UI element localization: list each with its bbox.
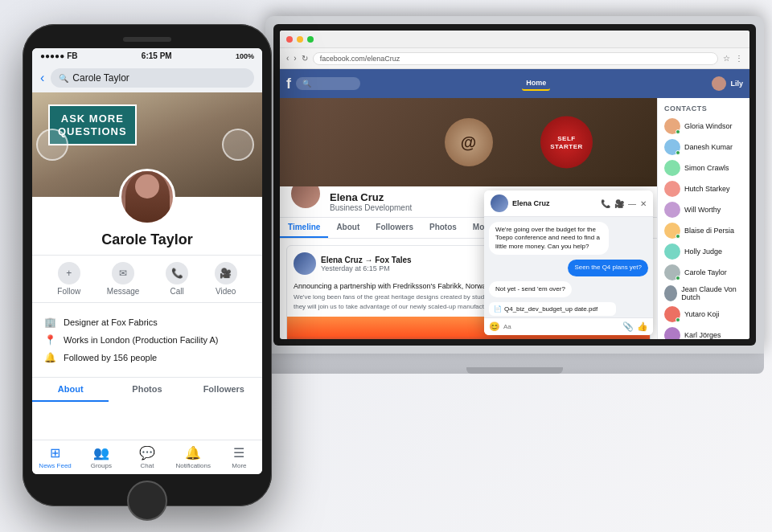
- contact-item[interactable]: Carole Taylor: [658, 262, 749, 283]
- chat-message-2: Seen the Q4 plans yet?: [568, 260, 648, 276]
- nav-more[interactable]: ☰ More: [216, 445, 262, 469]
- fb-search-box[interactable]: 🔍: [296, 77, 360, 90]
- avatar-silhouette: [125, 170, 170, 223]
- chat-controls: 📞 🎥 — ✕: [601, 199, 647, 208]
- search-text: Carole Taylor: [72, 72, 129, 84]
- chat-messages: We're going over the budget for the Toep…: [484, 217, 653, 317]
- contact-item[interactable]: Danesh Kumar: [658, 137, 749, 158]
- nav-home[interactable]: Home: [522, 76, 550, 91]
- video-label: Video: [216, 287, 236, 296]
- contact-name: Carole Taylor: [684, 268, 727, 276]
- contact-item[interactable]: Gloria Windsor: [658, 116, 749, 137]
- nav-groups[interactable]: 👥 Groups: [78, 445, 124, 469]
- tab-followers[interactable]: Followers: [368, 218, 421, 238]
- laptop-screen: ‹ › ↻ facebook.com/elenaCruz ☆ ⋮ f 🔍: [280, 31, 749, 339]
- profile-name-laptop: Elena Cruz: [330, 191, 412, 203]
- chat-file: 📄 Q4_biz_dev_budget_up date.pdf: [489, 302, 616, 316]
- contact-item[interactable]: Karl Jörges: [658, 325, 749, 339]
- battery-label: 100%: [236, 52, 254, 60]
- back-icon[interactable]: ‹: [286, 54, 289, 63]
- followers-text: Followed by 156 people: [64, 353, 157, 362]
- contact-item[interactable]: Jean Claude Von Dutch: [658, 283, 749, 304]
- address-bar[interactable]: facebook.com/elenaCruz: [313, 52, 718, 65]
- online-indicator: [676, 150, 680, 155]
- contact-name: Holly Judge: [684, 248, 722, 256]
- laptop-lid: ‹ › ↻ facebook.com/elenaCruz ☆ ⋮ f 🔍: [265, 16, 764, 354]
- tab-about[interactable]: About: [328, 218, 368, 238]
- url-text: facebook.com/elenaCruz: [320, 55, 400, 63]
- nav-chat[interactable]: 💬 Chat: [124, 445, 170, 469]
- call-action[interactable]: 📞 Call: [166, 262, 188, 296]
- reload-icon[interactable]: ↻: [302, 54, 308, 63]
- contact-item[interactable]: Will Worthy: [658, 199, 749, 220]
- minimize-button[interactable]: [297, 36, 303, 43]
- video-action[interactable]: 🎥 Video: [215, 262, 237, 296]
- star-icon[interactable]: ☆: [723, 54, 730, 63]
- profile-cover: @ SELF STARTER: [280, 98, 657, 186]
- phone-frame: ●●●●● FB 6:15 PM 100% ‹ 🔍 Carole Taylor: [23, 24, 272, 506]
- back-button[interactable]: ‹: [40, 71, 44, 85]
- clock-right: [222, 129, 254, 161]
- user-name: Lily: [730, 80, 743, 88]
- follow-action[interactable]: + Follow: [57, 262, 80, 296]
- post-text: Announcing a partnership with Fredriksso…: [294, 282, 491, 290]
- message-action[interactable]: ✉ Message: [107, 262, 140, 296]
- window-chrome: [280, 31, 749, 48]
- avatar: [119, 169, 175, 225]
- contact-item[interactable]: Holly Judge: [658, 241, 749, 262]
- phone-nav-bar: ‹ 🔍 Carole Taylor: [32, 63, 262, 92]
- online-indicator: [676, 234, 680, 239]
- tab-timeline[interactable]: Timeline: [280, 218, 328, 238]
- contact-item[interactable]: Yutaro Koji: [658, 304, 749, 325]
- info-row-work: 🏢 Designer at Fox Fabrics: [44, 313, 250, 331]
- attach-icon[interactable]: 📎: [622, 321, 634, 332]
- fb-main-content: @ SELF STARTER Elena Cruz Business Devel…: [280, 98, 749, 339]
- tab-photos[interactable]: Photos: [109, 378, 185, 402]
- fb-nav-right: Lily: [712, 76, 743, 91]
- search-icon: 🔍: [59, 74, 68, 83]
- emoji-button[interactable]: 😊: [489, 321, 500, 332]
- nav-news-feed[interactable]: ⊞ News Feed: [32, 445, 78, 469]
- time-label: 6:15 PM: [142, 51, 172, 60]
- work-text: Designer at Fox Fabrics: [64, 317, 158, 327]
- location-icon: 📍: [44, 334, 57, 346]
- minimize-chat-icon[interactable]: —: [628, 199, 636, 208]
- close-chat-icon[interactable]: ✕: [640, 199, 647, 208]
- contact-name: Gloria Windsor: [684, 122, 733, 130]
- phone-bottom-nav: ⊞ News Feed 👥 Groups 💬 Chat 🔔 Notificati…: [32, 440, 262, 474]
- news-feed-label: News Feed: [39, 462, 71, 469]
- phone-home-button[interactable]: [127, 481, 167, 521]
- maximize-button[interactable]: [307, 36, 314, 43]
- post-timestamp: Yesterday at 6:15 PM: [321, 264, 412, 272]
- fb-logo: f: [286, 76, 291, 92]
- fb-nav-links: Home: [365, 76, 707, 91]
- profile-title: Business Development: [330, 203, 412, 212]
- video-icon[interactable]: 🎥: [614, 199, 624, 208]
- notifications-icon: 🔔: [185, 445, 201, 460]
- close-button[interactable]: [286, 36, 293, 43]
- menu-icon[interactable]: ⋮: [735, 54, 743, 63]
- contact-item[interactable]: Simon Crawls: [658, 158, 749, 178]
- contacts-sidebar: CONTACTS Gloria WindsorDanesh KumarSimon…: [657, 98, 749, 339]
- phone-profile-tabs: About Photos Followers: [32, 377, 262, 402]
- nav-notifications[interactable]: 🔔 Notifications: [170, 445, 216, 469]
- laptop-device: ‹ › ↻ facebook.com/elenaCruz ☆ ⋮ f 🔍: [265, 16, 764, 498]
- chat-input[interactable]: [503, 323, 619, 330]
- contacts-list: Gloria WindsorDanesh KumarSimon CrawlsHu…: [658, 116, 749, 339]
- info-row-location: 📍 Works in London (Production Facility A…: [44, 331, 250, 349]
- contact-name: Danesh Kumar: [684, 143, 733, 151]
- profile-name: Carole Taylor: [32, 231, 262, 248]
- forward-icon[interactable]: ›: [294, 54, 296, 63]
- phone-icon[interactable]: 📞: [601, 199, 610, 208]
- contact-item[interactable]: Blaise di Persia: [658, 220, 749, 241]
- chat-avatar: [491, 194, 508, 212]
- tab-followers[interactable]: Followers: [186, 378, 262, 402]
- more-label: More: [232, 462, 246, 469]
- phone-search-bar[interactable]: 🔍 Carole Taylor: [51, 68, 254, 88]
- tab-about[interactable]: About: [32, 378, 109, 402]
- like-button[interactable]: 👍: [637, 321, 648, 332]
- tab-photos[interactable]: Photos: [421, 218, 465, 238]
- carrier-label: FB: [67, 51, 77, 60]
- contact-item[interactable]: Hutch Starkey: [658, 178, 749, 199]
- contact-name: Jean Claude Von Dutch: [681, 285, 743, 301]
